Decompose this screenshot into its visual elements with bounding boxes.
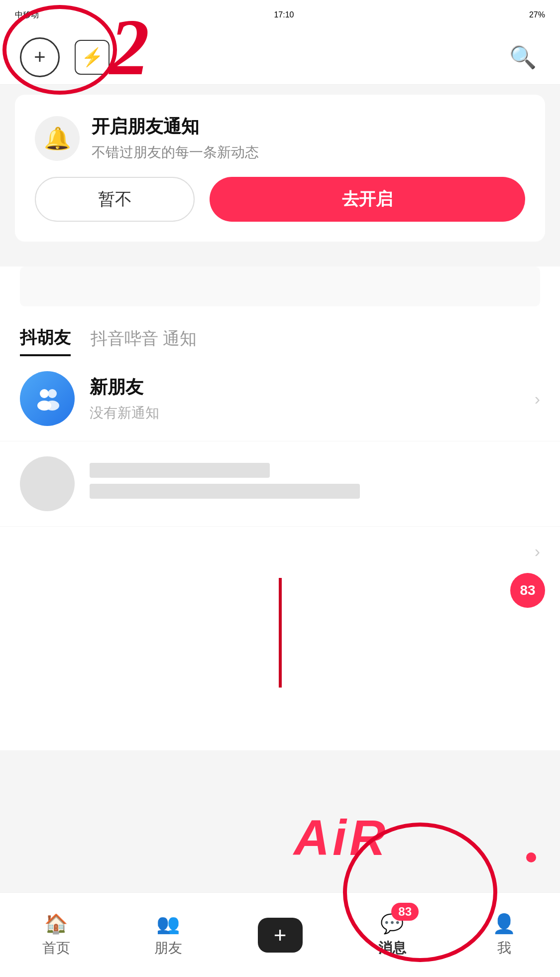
svg-point-1 [48,389,57,398]
tab-friends-label: 朋友 [154,939,182,958]
svg-point-0 [40,389,49,398]
search-icon: 🔍 [509,44,537,70]
status-time: 17:10 [274,10,294,19]
tab-profile-label: 我 [497,939,511,958]
notification-title: 开启朋友通知 [92,115,259,139]
tab-home[interactable]: 🏠 首页 [0,913,112,958]
status-bar: 中移动 17:10 27% [0,0,560,30]
new-friends-text: 新朋友 没有新通知 [90,375,520,422]
air-logo-area: AiR [122,798,560,877]
new-friends-subtitle: 没有新通知 [90,404,520,422]
notification-header: 🔔 开启朋友通知 不错过朋友的每一条新动态 [35,115,525,162]
tab-home-label: 首页 [42,939,70,958]
notification-card: 🔔 开启朋友通知 不错过朋友的每一条新动态 暂不 去开启 [15,95,545,242]
notification-actions: 暂不 去开启 [35,177,525,222]
message-badge-top: 83 [510,573,545,608]
friends-section: 抖胡友 抖音哔音 通知 新朋友 没有新通知 › [0,267,560,750]
new-friends-title: 新朋友 [90,375,520,400]
air-logo: AiR [294,809,388,866]
friends-icon: 👥 [156,913,180,935]
btn-later[interactable]: 暂不 [35,177,195,222]
tab-plus-icon: + [274,923,287,948]
content-area: 🔔 开启朋友通知 不错过朋友的每一条新动态 暂不 去开启 抖胡友 抖音哔音 通知 [0,85,560,785]
blurred-avatar [20,456,75,511]
new-friends-avatar [20,371,75,426]
messages-badge: 83 [391,903,419,921]
notification-subtitle: 不错过朋友的每一条新动态 [92,143,259,162]
blurred-list-item [0,441,560,526]
tab-dohuyou[interactable]: 抖胡友 [20,326,71,356]
blurred-line-1 [90,463,270,478]
add-button[interactable]: + [20,37,60,77]
tabs-row: 抖胡友 抖音哔音 通知 [0,316,560,356]
notification-text: 开启朋友通知 不错过朋友的每一条新动态 [92,115,259,162]
status-carrier: 中移动 [15,10,39,20]
chevron-right-icon-2: › [535,542,540,561]
profile-icon: 👤 [492,913,516,935]
tab-plus-button[interactable]: + [258,918,303,953]
empty-content-area [0,576,560,750]
flash-icon: ⚡ [81,47,104,68]
home-icon: 🏠 [44,913,68,935]
tab-friends[interactable]: 👥 朋友 [112,913,224,958]
status-battery: 27% [529,10,545,19]
tab-notification-label: 通知 [163,329,197,348]
flash-button[interactable]: ⚡ [75,40,110,75]
blurred-header [20,267,540,306]
tab-label-2: 抖音哔音 [91,329,158,348]
svg-point-3 [45,401,59,411]
tab-douyin-notification[interactable]: 抖音哔音 通知 [91,327,197,355]
add-icon: + [34,46,45,68]
tab-messages-label: 消息 [378,939,406,958]
btn-enable[interactable]: 去开启 [210,177,525,222]
messages-wrap: 💬 83 [380,913,404,935]
blurred-line-2 [90,484,360,499]
tab-profile[interactable]: 👤 我 [448,913,560,958]
bottom-tabbar: 🏠 首页 👥 朋友 + 💬 83 消息 👤 我 [0,892,560,977]
tab-create[interactable]: + [224,918,336,953]
chevron-right-icon: › [535,389,540,409]
blurred-text-block [90,463,540,505]
extra-chevron-row[interactable]: › [0,526,560,576]
top-nav: + ⚡ 🔍 [0,30,560,85]
search-button[interactable]: 🔍 [505,40,540,75]
bell-icon: 🔔 [35,116,80,161]
tab-messages[interactable]: 💬 83 消息 [336,913,448,958]
bottom-spacer [0,750,560,775]
new-friends-item[interactable]: 新朋友 没有新通知 › [0,356,560,441]
